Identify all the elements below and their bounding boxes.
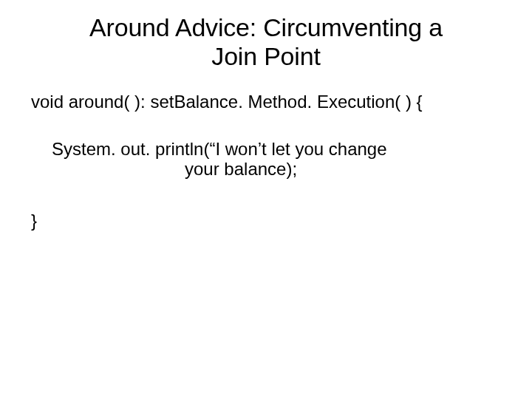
code-statement-line-1: System. out. println(“I won’t let you ch… (52, 139, 502, 160)
slide-body: void around( ): setBalance. Method. Exec… (0, 71, 532, 231)
code-statement: System. out. println(“I won’t let you ch… (31, 139, 502, 180)
code-signature: void around( ): setBalance. Method. Exec… (31, 92, 502, 112)
code-close-brace: } (31, 211, 502, 231)
title-line-1: Around Advice: Circumventing a (89, 13, 443, 41)
slide-title: Around Advice: Circumventing a Join Poin… (0, 0, 532, 71)
title-line-2: Join Point (211, 42, 320, 70)
slide: Around Advice: Circumventing a Join Poin… (0, 0, 532, 399)
code-statement-line-2: your balance); (52, 159, 502, 180)
